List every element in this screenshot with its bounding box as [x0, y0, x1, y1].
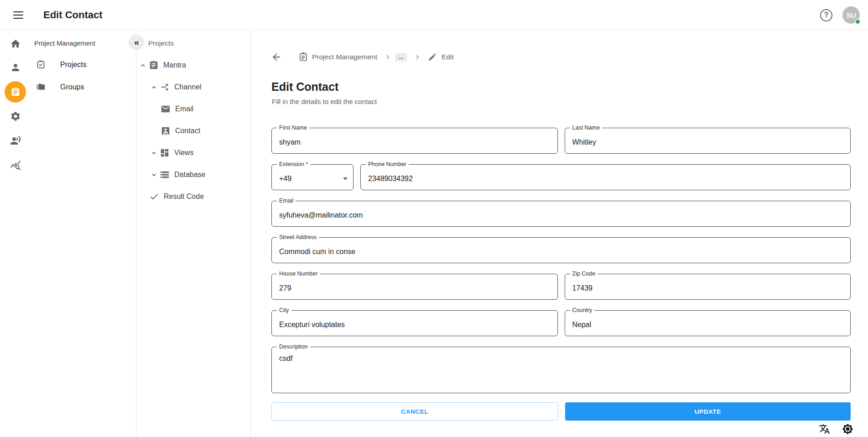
avatar-initials: SU — [847, 11, 856, 19]
description-input[interactable]: csdf — [272, 347, 850, 393]
city-label: City — [277, 307, 291, 313]
app-title: Edit Contact — [43, 0, 103, 30]
sidebar-item-label: Projects — [60, 61, 87, 69]
breadcrumb-root[interactable]: Project Management — [312, 53, 377, 61]
country-field: Country — [565, 310, 851, 336]
email-label: Email — [277, 198, 296, 204]
phone-field: Phone Number — [360, 164, 851, 190]
check-icon — [149, 192, 159, 202]
extension-label: Extension * — [277, 161, 310, 167]
hamburger-menu-icon[interactable] — [13, 10, 24, 21]
voice-person-icon[interactable] — [10, 135, 21, 146]
tree-node-label: Database — [174, 171, 206, 179]
street-address-label: Street Address — [277, 234, 319, 240]
brightness-icon[interactable] — [842, 423, 853, 435]
analytics-search-icon[interactable] — [10, 160, 21, 171]
clipboard-icon — [10, 87, 21, 97]
first-name-label: First Name — [277, 125, 309, 131]
mail-icon — [161, 104, 171, 114]
description-field: Description csdf — [271, 347, 851, 393]
edit-contact-form: First Name Last Name Extension * +49 Pho… — [271, 128, 851, 421]
house-number-field: House Number — [271, 274, 558, 300]
email-input[interactable] — [272, 201, 850, 226]
help-icon[interactable]: ? — [820, 9, 832, 21]
home-icon[interactable] — [10, 38, 21, 49]
topbar: Edit Contact ? SU — [0, 0, 868, 30]
extension-select[interactable]: +49 — [272, 165, 353, 190]
chevron-right-icon — [384, 53, 392, 61]
last-name-field: Last Name — [565, 128, 851, 154]
zip-code-label: Zip Code — [570, 271, 598, 277]
main-content: Project Management ... Edit Edit Contact… — [251, 30, 868, 437]
sidebar-item-projects[interactable]: Projects — [36, 60, 87, 69]
first-name-field: First Name — [271, 128, 558, 154]
pencil-icon — [428, 52, 437, 62]
last-name-input[interactable] — [565, 128, 851, 153]
house-number-input[interactable] — [272, 274, 557, 299]
email-field: Email — [271, 201, 851, 227]
tree-node-result-code[interactable]: Result Code — [136, 186, 250, 208]
dropdown-arrow-icon — [343, 177, 348, 180]
chevron-down-icon[interactable] — [150, 149, 158, 157]
tree-node-label: Mantra — [163, 61, 186, 69]
tree-node-label: Email — [175, 105, 193, 113]
dashboard-icon — [160, 148, 170, 158]
city-input[interactable] — [272, 311, 557, 336]
clipboard-icon — [298, 52, 308, 62]
zip-code-input[interactable] — [565, 274, 851, 299]
sidebar-item-groups[interactable]: Groups — [36, 82, 84, 92]
phone-label: Phone Number — [366, 161, 409, 167]
translate-icon[interactable] — [819, 423, 830, 435]
contact-card-icon — [161, 126, 171, 136]
house-number-label: House Number — [277, 271, 320, 277]
tree-node-email[interactable]: Email — [136, 98, 250, 120]
tree-node-label: Contact — [175, 127, 200, 135]
tree-node-channel[interactable]: Channel — [136, 76, 250, 98]
chevron-down-icon[interactable] — [150, 171, 158, 179]
phone-input[interactable] — [361, 165, 850, 190]
online-status-dot — [855, 19, 861, 25]
person-icon[interactable] — [10, 62, 21, 73]
back-arrow-icon[interactable] — [271, 52, 282, 62]
chevron-up-icon[interactable] — [139, 62, 147, 69]
breadcrumb-ellipsis-button[interactable]: ... — [395, 53, 407, 62]
tree-node-views[interactable]: Views — [136, 142, 250, 164]
chevron-up-icon[interactable] — [150, 83, 158, 91]
checklist-icon — [36, 60, 46, 69]
tree-node-contact[interactable]: Contact — [136, 120, 250, 142]
chevron-right-icon — [413, 53, 421, 61]
update-button[interactable]: UPDATE — [565, 402, 851, 421]
tree-node-database[interactable]: Database — [136, 164, 250, 186]
last-name-label: Last Name — [570, 125, 602, 131]
page-subtitle: Fill in the details to edit the contact — [272, 98, 377, 105]
gear-icon[interactable] — [10, 111, 21, 122]
country-label: Country — [570, 307, 595, 313]
tree-node-label: Result Code — [164, 192, 204, 201]
avatar[interactable]: SU — [842, 6, 860, 24]
storage-icon — [160, 170, 170, 180]
country-input[interactable] — [565, 311, 851, 336]
projects-module-active[interactable] — [5, 81, 26, 103]
tree-node-mantra[interactable]: Mantra — [136, 54, 250, 76]
extension-value: +49 — [279, 175, 343, 183]
tree-node-label: Channel — [174, 83, 202, 91]
street-address-input[interactable] — [272, 238, 850, 263]
tree-panel-title: Projects — [148, 39, 174, 47]
folders-icon — [36, 82, 46, 92]
tree-node-label: Views — [174, 149, 193, 157]
page-title: Edit Contact — [271, 80, 338, 94]
street-address-field: Street Address — [271, 237, 851, 263]
breadcrumb: Project Management ... Edit — [271, 50, 454, 64]
breadcrumb-current: Edit — [442, 53, 454, 61]
sidebar-item-label: Groups — [60, 83, 84, 91]
collapse-panel-button[interactable]: « — [129, 35, 144, 50]
projects-tree-panel: « Projects Mantra Channel Email Contact … — [136, 30, 251, 437]
cancel-button[interactable]: CANCEL — [271, 402, 558, 421]
zip-code-field: Zip Code — [565, 274, 851, 300]
city-field: City — [271, 310, 558, 336]
channel-icon — [160, 82, 170, 92]
primary-sidebar: Project Management Projects Groups — [0, 30, 136, 437]
section-label: Project Management — [34, 40, 95, 47]
extension-field: Extension * +49 — [271, 164, 353, 190]
first-name-input[interactable] — [272, 128, 557, 153]
